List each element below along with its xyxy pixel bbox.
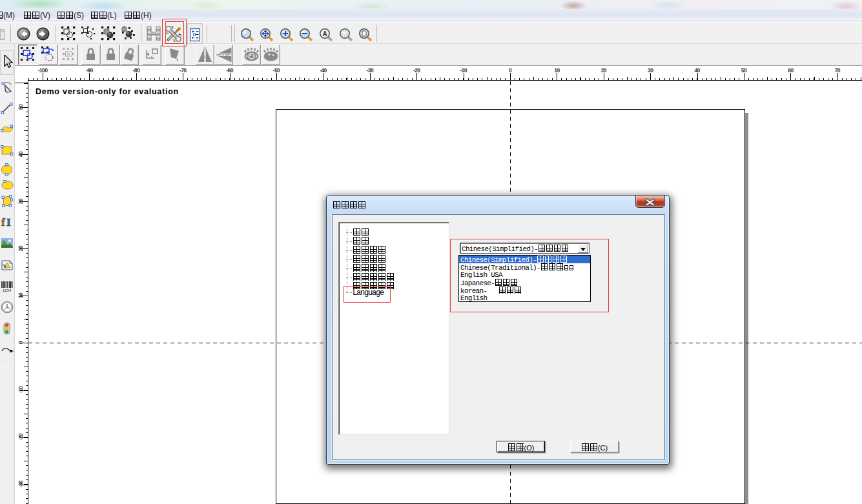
svg-text:1234: 1234 [3, 288, 12, 292]
svg-text:A: A [322, 30, 327, 37]
svg-text:f: f [1, 216, 5, 228]
svg-text:I: I [6, 216, 11, 228]
